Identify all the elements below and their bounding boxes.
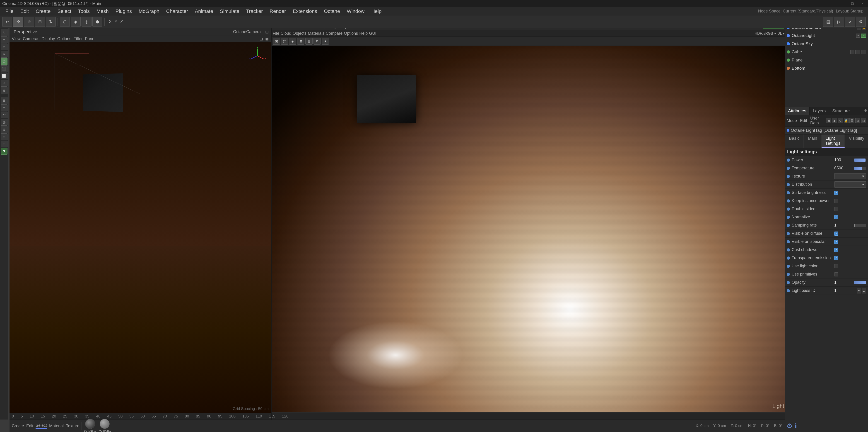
- camera-btn[interactable]: ⊛: [1, 126, 7, 133]
- kip-checkbox[interactable]: [834, 199, 838, 203]
- maximize-button[interactable]: □: [847, 0, 858, 7]
- oct-file[interactable]: File: [273, 31, 279, 36]
- knife-tool-btn[interactable]: ✂: [1, 44, 7, 50]
- attr-btn5[interactable]: ☰: [849, 118, 855, 123]
- select-button[interactable]: ✢: [13, 17, 23, 27]
- undo-button[interactable]: ↩: [2, 17, 12, 27]
- snap-btn[interactable]: ⊡: [1, 141, 7, 147]
- obj-octane-sky[interactable]: OctaneSky: [785, 40, 868, 48]
- tool-btn-7[interactable]: ◎: [82, 17, 92, 27]
- oct-tool-5[interactable]: ◎: [305, 38, 313, 45]
- oct-help[interactable]: Help: [359, 31, 368, 36]
- menu-tools[interactable]: Tools: [75, 7, 93, 15]
- menu-mograph[interactable]: MoGraph: [135, 7, 163, 15]
- menu-window[interactable]: Window: [344, 7, 368, 15]
- panel-menu[interactable]: Panel: [85, 36, 95, 41]
- oct-tool-3[interactable]: ◈: [289, 38, 296, 45]
- temperature-slider[interactable]: [854, 167, 866, 170]
- menu-create[interactable]: Create: [32, 7, 54, 15]
- attr-btn6[interactable]: ⊕: [855, 118, 860, 123]
- up-checkbox[interactable]: [834, 272, 838, 277]
- filter-menu[interactable]: Filter: [73, 36, 83, 41]
- display-menu[interactable]: Display: [42, 36, 55, 41]
- viewport-expand-btn[interactable]: ⊟: [259, 36, 263, 41]
- s-btn[interactable]: S: [1, 148, 7, 155]
- deform-btn[interactable]: ◎: [1, 119, 7, 126]
- minimize-button[interactable]: —: [837, 0, 847, 7]
- attributes-tab[interactable]: Attributes: [785, 107, 810, 115]
- rotate-button[interactable]: ↻: [46, 17, 56, 27]
- ulc-checkbox[interactable]: [834, 264, 838, 268]
- texture-dropdown[interactable]: ▾: [834, 173, 866, 179]
- lpid-up-btn[interactable]: ▴: [862, 288, 866, 293]
- cube-tag-btn[interactable]: [855, 50, 860, 54]
- oct-tool-1[interactable]: ▣: [273, 38, 280, 45]
- oct-materials[interactable]: Materials: [308, 31, 324, 36]
- oct-tool-4[interactable]: ⊞: [297, 38, 304, 45]
- menu-octane[interactable]: Octane: [321, 7, 343, 15]
- render-to-po-btn[interactable]: ⊳: [845, 17, 855, 27]
- sculpt-btn[interactable]: ♦: [1, 133, 7, 140]
- structure-tab[interactable]: Structure: [829, 107, 853, 115]
- light-settings-tab[interactable]: Light settings: [822, 135, 845, 148]
- render-region-btn[interactable]: ▤: [823, 17, 833, 27]
- light-pass-id-value[interactable]: 1: [834, 288, 852, 293]
- mat-octdiff-ball[interactable]: [100, 419, 110, 429]
- render-settings-btn[interactable]: ⚙: [856, 17, 866, 27]
- light-vis-btn[interactable]: 👁: [856, 34, 860, 38]
- lpid-down-btn[interactable]: ▾: [857, 288, 861, 293]
- oct-gui[interactable]: GUI: [369, 31, 376, 36]
- help-icon[interactable]: ⚙: [787, 422, 792, 430]
- expand-icon[interactable]: ⊞: [265, 29, 269, 34]
- menu-help[interactable]: Help: [368, 7, 384, 15]
- oct-tool-7[interactable]: ★: [322, 38, 329, 45]
- attr-arrow-up[interactable]: ▲: [832, 118, 837, 123]
- measure-btn[interactable]: ⊞: [1, 97, 7, 104]
- info-icon[interactable]: ℹ: [795, 422, 797, 430]
- power-value[interactable]: 100.: [834, 157, 852, 162]
- extrude-btn[interactable]: ⬛: [1, 65, 7, 72]
- norm-checkbox[interactable]: ✓: [834, 215, 838, 219]
- options-menu[interactable]: Options: [57, 36, 71, 41]
- te-checkbox[interactable]: ✓: [834, 256, 838, 260]
- axis-z-btn[interactable]: Z: [120, 19, 123, 24]
- obj-cube[interactable]: Cube: [785, 48, 868, 56]
- menu-plugins[interactable]: Plugins: [112, 7, 135, 15]
- layers-tab[interactable]: Layers: [810, 107, 829, 115]
- close-button[interactable]: ×: [858, 0, 868, 7]
- attr-filter-btn[interactable]: ▽: [838, 118, 843, 123]
- mat-octglos-ball[interactable]: [85, 419, 95, 429]
- menu-select[interactable]: Select: [54, 7, 74, 15]
- mat-select-menu[interactable]: Select: [36, 423, 47, 429]
- render-btn[interactable]: ▷: [834, 17, 844, 27]
- cameras-menu[interactable]: Cameras: [23, 36, 39, 41]
- move-tool-btn[interactable]: ✛: [1, 36, 7, 43]
- obj-place-btn[interactable]: ⊕: [1, 87, 7, 94]
- menu-render[interactable]: Render: [267, 7, 289, 15]
- viewport-3d-canvas[interactable]: X Y Z Grid Spacing : 50 cm: [9, 42, 271, 413]
- menu-mesh[interactable]: Mesh: [93, 7, 112, 15]
- magnet-btn[interactable]: ⚇: [1, 80, 7, 87]
- menu-character[interactable]: Character: [163, 7, 191, 15]
- spline-btn[interactable]: 〜: [1, 112, 7, 118]
- sr-slider[interactable]: [854, 224, 866, 227]
- view-menu[interactable]: View: [12, 36, 21, 41]
- obj-bottom[interactable]: Bottom: [785, 64, 868, 73]
- visibility-tab[interactable]: Visibility: [845, 135, 868, 148]
- edge-btn[interactable]: ═: [1, 104, 7, 111]
- light-tag-btn[interactable]: T: [861, 34, 866, 38]
- opacity-value[interactable]: 1: [834, 280, 852, 285]
- select-tool-btn[interactable]: ↖: [1, 29, 7, 36]
- menu-animate[interactable]: Animate: [192, 7, 216, 15]
- sampling-rate-value[interactable]: 1: [834, 223, 852, 228]
- oct-options[interactable]: Options: [344, 31, 358, 36]
- oct-mode[interactable]: DL ▾: [777, 31, 785, 36]
- attr-settings-btn[interactable]: ⚙: [863, 107, 868, 115]
- temperature-value[interactable]: 6500.: [834, 166, 852, 171]
- attr-lock-btn[interactable]: 🔒: [844, 118, 849, 123]
- attr-btn7[interactable]: ⊟: [861, 118, 866, 123]
- mat-create-menu[interactable]: Create: [12, 424, 24, 428]
- cube-vis-btn[interactable]: [850, 50, 855, 54]
- oct-colorspace[interactable]: HDR/sRGB ▾: [754, 31, 776, 36]
- tool-btn-8[interactable]: ⬢: [92, 17, 102, 27]
